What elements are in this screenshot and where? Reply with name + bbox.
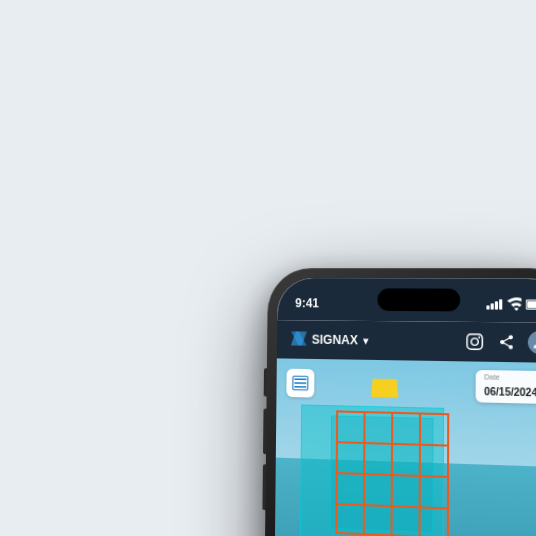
app-logo[interactable]: SIGNAX ▾ (291, 331, 368, 349)
dynamic-island (377, 288, 460, 311)
wifi-icon (507, 297, 522, 312)
status-icons (486, 289, 536, 312)
volume-up-button (263, 409, 266, 455)
svg-rect-1 (527, 302, 536, 308)
phone-screen: 9:41 (272, 278, 536, 536)
content-area: Date 06/15/2024 ▾ (272, 358, 536, 536)
volume-down-button (262, 464, 265, 510)
top-image-panel: Date 06/15/2024 ▾ (275, 358, 536, 536)
app-header-icons (464, 330, 536, 354)
phone-shell: 9:41 (262, 268, 536, 536)
date-badge-top[interactable]: Date 06/15/2024 ▾ (476, 370, 536, 404)
battery-icon (526, 298, 536, 311)
date-label-top: Date (484, 373, 536, 381)
mute-button (264, 368, 267, 396)
signal-icon (486, 299, 502, 310)
instagram-icon[interactable] (464, 331, 485, 352)
panel-icon-top[interactable] (286, 369, 314, 398)
date-value-top: 06/15/2024 (484, 386, 536, 399)
app-name-label: SIGNAX (312, 333, 358, 348)
share-icon[interactable] (496, 332, 517, 353)
dropdown-chevron: ▾ (363, 335, 368, 346)
app-header: SIGNAX ▾ (277, 320, 536, 363)
yellow-element (371, 379, 398, 398)
status-time: 9:41 (295, 288, 319, 310)
signax-logo-icon (291, 331, 307, 348)
user-avatar[interactable] (528, 331, 536, 354)
